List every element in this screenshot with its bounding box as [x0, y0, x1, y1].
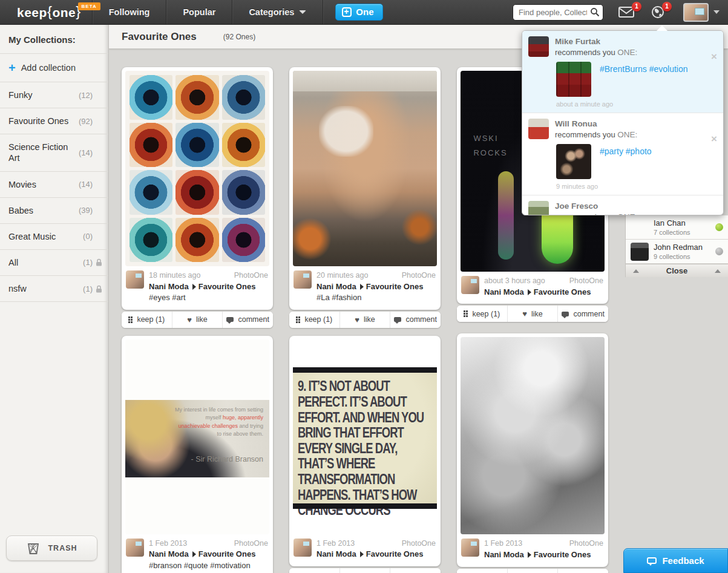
- avatar[interactable]: [461, 539, 479, 557]
- card-source[interactable]: PhotoOne: [234, 539, 268, 549]
- online-user-name: Ian Chan: [654, 218, 710, 229]
- app-logo[interactable]: keep{one} BETA: [0, 0, 92, 24]
- card-collection[interactable]: Favourite Ones: [366, 549, 424, 558]
- notifications-button[interactable]: 1: [643, 0, 673, 24]
- notification-item[interactable]: Mike Furtak recommends you ONE: #BrentBu…: [522, 31, 723, 113]
- like-button[interactable]: ♥like: [507, 306, 558, 322]
- avatar[interactable]: [293, 539, 312, 557]
- sidebar-item-favourite-ones[interactable]: Favourite Ones (92): [0, 108, 108, 134]
- card-image-gym-quote[interactable]: 9. IT’S NOT ABOUT PERFECT. IT’S ABOUT EF…: [293, 339, 437, 534]
- chevron-up-icon: [633, 269, 639, 273]
- comment-button[interactable]: comment: [390, 568, 441, 573]
- online-user-row[interactable]: John Redman 9 collections: [626, 240, 728, 264]
- card-owner[interactable]: Nani Moda: [484, 287, 524, 296]
- sidebar-item-babes[interactable]: Babes (39): [0, 198, 108, 224]
- like-button[interactable]: ♥like: [507, 569, 558, 573]
- card-collection[interactable]: Favourite Ones: [198, 282, 256, 291]
- card-branson[interactable]: My interest in life comes from setting m…: [122, 336, 273, 573]
- notification-tags[interactable]: #party #photo: [600, 144, 652, 156]
- comment-button[interactable]: comment: [222, 312, 273, 328]
- keep-icon: [296, 316, 300, 323]
- close-icon[interactable]: ×: [711, 134, 717, 144]
- online-user-row[interactable]: Ian Chan 7 collections: [626, 215, 728, 240]
- nav-following[interactable]: Following: [93, 0, 166, 24]
- card-owner[interactable]: Nani Moda: [149, 282, 189, 291]
- keep-button[interactable]: keep (1): [457, 306, 507, 322]
- notifications-dropdown: Mike Furtak recommends you ONE: #BrentBu…: [522, 30, 724, 215]
- avatar[interactable]: [126, 539, 144, 557]
- sidebar-item-funky[interactable]: Funky (12): [0, 82, 108, 108]
- like-button[interactable]: ♥like: [172, 312, 223, 328]
- comment-button[interactable]: comment: [557, 306, 608, 322]
- card-collection[interactable]: Favourite Ones: [366, 282, 424, 291]
- avatar[interactable]: [528, 36, 549, 57]
- sidebar-item-nsfw[interactable]: nsfw (1): [0, 276, 108, 302]
- card-tags[interactable]: #branson #quote #motivation: [149, 560, 268, 571]
- comment-button[interactable]: comment: [390, 312, 441, 328]
- sidebar-item-movies[interactable]: Movies (14): [0, 172, 108, 198]
- nav-categories[interactable]: Categories: [232, 0, 323, 24]
- card-eyes[interactable]: 18 minutes agoPhotoOne Nani ModaFavourit…: [122, 67, 273, 310]
- messages-button[interactable]: 1: [610, 0, 643, 24]
- card-collection[interactable]: Favourite Ones: [198, 549, 256, 558]
- card-source[interactable]: PhotoOne: [402, 270, 436, 281]
- card-source[interactable]: PhotoOne: [234, 270, 268, 281]
- add-one-button[interactable]: One: [335, 4, 382, 21]
- comment-button[interactable]: comment: [557, 569, 608, 573]
- keep-button[interactable]: keep (1): [289, 568, 339, 573]
- card-collection[interactable]: Favourite Ones: [534, 287, 591, 296]
- card-actions: keep (1) ♥like comment: [289, 312, 441, 328]
- keep-button[interactable]: keep (1): [122, 312, 172, 328]
- card-gym-quote[interactable]: 9. IT’S NOT ABOUT PERFECT. IT’S ABOUT EF…: [289, 336, 441, 566]
- sidebar-item-science-fiction-art[interactable]: Science Fiction Art (14): [0, 134, 108, 171]
- card-owner[interactable]: Nani Moda: [316, 549, 356, 558]
- logo-text: keep{one}: [17, 4, 81, 21]
- notification-user[interactable]: Mike Furtak: [555, 36, 717, 47]
- sidebar-item-all[interactable]: All (1): [0, 250, 108, 276]
- avatar: [683, 3, 709, 22]
- feedback-button[interactable]: Feedback: [623, 548, 728, 573]
- card-image-fashion[interactable]: [293, 71, 437, 266]
- notification-time: 9 minutes ago: [556, 183, 717, 190]
- chevron-down-icon: [713, 10, 720, 14]
- trash-button[interactable]: TRASH: [6, 535, 97, 561]
- card-collection[interactable]: Favourite Ones: [534, 550, 591, 559]
- notification-item[interactable]: Will Ronua recommends you ONE: #party #p…: [522, 113, 723, 195]
- notification-user[interactable]: Will Ronua: [555, 119, 717, 129]
- notification-user[interactable]: Joe Fresco: [555, 201, 717, 212]
- like-button[interactable]: ♥like: [339, 312, 390, 328]
- card-timestamp: 20 minutes ago: [316, 270, 368, 281]
- card-fashion[interactable]: 20 minutes agoPhotoOne Nani ModaFavourit…: [289, 67, 441, 310]
- account-menu[interactable]: [674, 3, 728, 22]
- card-tags[interactable]: #eyes #art: [149, 292, 268, 303]
- keep-button[interactable]: keep (1): [289, 312, 339, 328]
- card-bw-portrait[interactable]: 1 Feb 2013PhotoOne Nani ModaFavourite On…: [457, 333, 608, 566]
- card-tags[interactable]: #La #fashion: [316, 292, 436, 303]
- feedback-bubble-icon: [647, 557, 657, 564]
- add-collection-button[interactable]: + Add collection: [0, 54, 108, 82]
- avatar[interactable]: [126, 270, 144, 289]
- avatar[interactable]: [528, 119, 549, 139]
- card-image-eyes[interactable]: [125, 71, 269, 266]
- card-source[interactable]: PhotoOne: [569, 539, 603, 549]
- card-image-branson[interactable]: My interest in life comes from setting m…: [125, 339, 269, 534]
- card-owner[interactable]: Nani Moda: [149, 549, 189, 558]
- notification-tags[interactable]: #BrentBurns #evolution: [600, 62, 688, 74]
- card-source[interactable]: PhotoOne: [402, 539, 436, 549]
- keep-button[interactable]: keep (1): [457, 569, 507, 573]
- chat-close-bar[interactable]: Close: [626, 264, 728, 277]
- close-icon[interactable]: ×: [711, 51, 717, 62]
- card-image-bw-portrait[interactable]: [461, 337, 605, 534]
- card-owner[interactable]: Nani Moda: [316, 282, 356, 291]
- notification-thumbnail[interactable]: [556, 144, 591, 179]
- avatar[interactable]: [461, 276, 479, 294]
- notification-item[interactable]: Joe Fresco recommends you ONE: #army #gr…: [522, 195, 723, 215]
- nav-popular[interactable]: Popular: [166, 0, 232, 24]
- avatar[interactable]: [293, 270, 312, 289]
- avatar[interactable]: [528, 201, 549, 215]
- notification-thumbnail[interactable]: [556, 62, 591, 97]
- card-source[interactable]: PhotoOne: [569, 276, 603, 287]
- like-button[interactable]: ♥like: [339, 568, 390, 573]
- card-owner[interactable]: Nani Moda: [484, 550, 524, 559]
- sidebar-item-great-music[interactable]: Great Music (0): [0, 224, 108, 250]
